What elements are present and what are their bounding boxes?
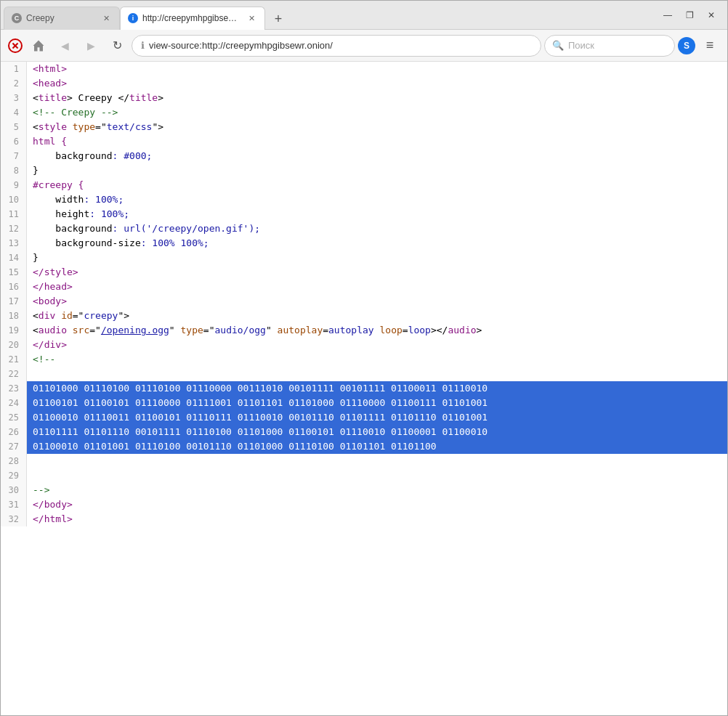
line-content: --> [27, 483, 727, 497]
source-line-4: 4<!-- Creepy --> [1, 105, 727, 120]
line-number: 12 [1, 221, 27, 236]
source-line-21: 21<!-- [1, 352, 727, 367]
source-line-8: 8} [1, 163, 727, 178]
tab2-title: http://creepymhpgibsewr.oni... [142, 13, 241, 23]
search-bar[interactable]: 🔍 Поиск [544, 35, 675, 57]
line-content: <audio src="/opening.ogg" type="audio/og… [27, 323, 727, 338]
line-content: background-size: 100% 100%; [27, 236, 727, 251]
line-number: 9 [1, 178, 27, 192]
source-line-12: 12 background: url('/creepy/open.gif'); [1, 221, 727, 236]
line-content: 01100010 01110011 01100101 01110111 0111… [27, 410, 727, 425]
line-number: 11 [1, 207, 27, 221]
home-icon-btn[interactable] [27, 34, 50, 57]
line-number: 21 [1, 352, 27, 367]
line-number: 16 [1, 280, 27, 294]
line-number: 25 [1, 410, 27, 425]
source-line-20: 20</div> [1, 338, 727, 352]
line-number: 29 [1, 468, 27, 483]
line-content: html { [27, 134, 727, 149]
line-number: 17 [1, 294, 27, 309]
line-number: 31 [1, 497, 27, 512]
tab-source[interactable]: i http://creepymhpgibsewr.oni... ✕ [120, 7, 265, 30]
line-content [27, 468, 727, 483]
line-content: <!-- [27, 352, 727, 367]
line-content: 01101111 01101110 00101111 01110100 0110… [27, 425, 727, 439]
tab2-close[interactable]: ✕ [246, 12, 257, 24]
line-content: } [27, 251, 727, 265]
tab1-favicon: C [12, 13, 22, 23]
source-line-25: 2501100010 01110011 01100101 01110111 01… [1, 410, 727, 425]
line-content: <head> [27, 76, 727, 91]
source-line-6: 6html { [1, 134, 727, 149]
search-icon: 🔍 [552, 40, 564, 51]
line-number: 10 [1, 192, 27, 207]
line-content: background: #000; [27, 149, 727, 163]
source-line-1: 1<html> [1, 62, 727, 76]
line-content: <html> [27, 62, 727, 76]
line-number: 19 [1, 323, 27, 338]
source-view: 1<html>2<head>3<title> Creepy </title>4<… [1, 62, 727, 715]
line-content: </div> [27, 338, 727, 352]
line-number: 26 [1, 425, 27, 439]
source-line-29: 29 [1, 468, 727, 483]
line-number: 24 [1, 396, 27, 410]
line-content: <style type="text/css"> [27, 120, 727, 134]
stop-icon[interactable] [7, 37, 24, 54]
line-number: 7 [1, 149, 27, 163]
line-number: 6 [1, 134, 27, 149]
line-content: <body> [27, 294, 727, 309]
window-controls: — ❐ ✕ [658, 1, 727, 30]
minimize-button[interactable]: — [658, 5, 678, 25]
source-line-27: 2701100010 01101001 01110100 00101110 01… [1, 439, 727, 454]
nav-bar: ◀ ▶ ↻ ℹ view-source:http://creepymhpgibs… [1, 30, 727, 62]
source-line-23: 2301101000 01110100 01110100 01110000 00… [1, 381, 727, 396]
browser-window: C Creepy ✕ i http://creepymhpgibsewr.oni… [0, 0, 728, 716]
line-number: 22 [1, 367, 27, 381]
close-button[interactable]: ✕ [701, 5, 721, 25]
line-number: 4 [1, 105, 27, 120]
line-number: 27 [1, 439, 27, 454]
line-content [27, 367, 727, 381]
address-bar[interactable]: ℹ view-source:http://creepymhpgibsewr.on… [132, 35, 541, 57]
source-line-10: 10 width: 100%; [1, 192, 727, 207]
new-tab-button[interactable]: + [268, 9, 288, 30]
back-button[interactable]: ◀ [53, 34, 76, 57]
reload-button[interactable]: ↻ [105, 34, 129, 57]
maximize-button[interactable]: ❐ [679, 5, 700, 25]
line-content: 01101000 01110100 01110100 01110000 0011… [27, 381, 727, 396]
line-number: 18 [1, 309, 27, 323]
tab1-close[interactable]: ✕ [100, 12, 112, 24]
line-content: </body> [27, 497, 727, 512]
source-line-17: 17<body> [1, 294, 727, 309]
line-content: 01100010 01101001 01110100 00101110 0110… [27, 439, 727, 454]
line-number: 32 [1, 512, 27, 526]
tab2-favicon: i [128, 13, 138, 23]
source-line-28: 28 [1, 454, 727, 468]
line-number: 8 [1, 163, 27, 178]
tab-creepy[interactable]: C Creepy ✕ [4, 7, 120, 30]
source-line-3: 3<title> Creepy </title> [1, 91, 727, 105]
menu-button[interactable]: ≡ [698, 34, 721, 57]
line-number: 28 [1, 454, 27, 468]
line-content: #creepy { [27, 178, 727, 192]
line-content: 01100101 01100101 01110000 01111001 0110… [27, 396, 727, 410]
line-content: <!-- Creepy --> [27, 105, 727, 120]
tab1-title: Creepy [26, 13, 96, 23]
line-content: } [27, 163, 727, 178]
line-number: 15 [1, 265, 27, 280]
forward-button[interactable]: ▶ [79, 34, 102, 57]
source-line-22: 22 [1, 367, 727, 381]
account-icon[interactable]: S [678, 37, 695, 54]
address-text: view-source:http://creepymhpgibsewr.onio… [149, 40, 532, 51]
line-content: background: url('/creepy/open.gif'); [27, 221, 727, 236]
info-icon: ℹ [141, 40, 145, 51]
line-content: <div id="creepy"> [27, 309, 727, 323]
source-line-7: 7 background: #000; [1, 149, 727, 163]
svg-marker-0 [33, 40, 44, 51]
line-content: width: 100%; [27, 192, 727, 207]
line-number: 1 [1, 62, 27, 76]
source-line-9: 9#creepy { [1, 178, 727, 192]
line-number: 23 [1, 381, 27, 396]
source-line-30: 30--> [1, 483, 727, 497]
line-content: <title> Creepy </title> [27, 91, 727, 105]
